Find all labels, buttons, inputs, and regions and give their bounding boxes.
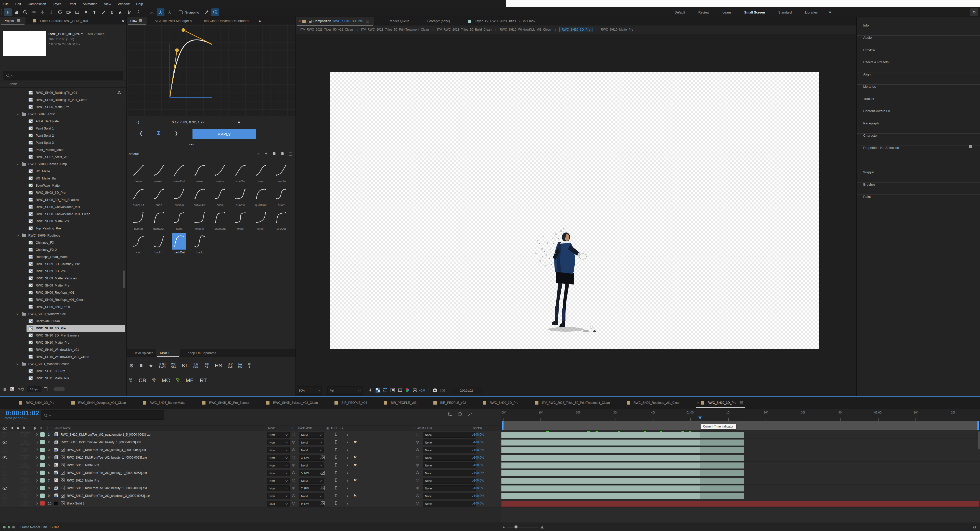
import-presets-icon[interactable] — [272, 151, 276, 156]
layer-expander-icon[interactable] — [35, 472, 38, 474]
delete-preset-icon[interactable] — [289, 152, 292, 156]
layer-parent-select[interactable]: None — [423, 485, 476, 491]
search-options-chevron-icon[interactable] — [11, 75, 13, 76]
comp-tab-3[interactable]: Layer ITV_RWC_2023_Titles_50_v21.mov — [465, 17, 538, 25]
project-folder-row[interactable]: RWC_SH10_Window Kick — [0, 310, 127, 318]
layer-solo-toggle[interactable] — [20, 471, 24, 475]
layer-quality-anchor-icon[interactable] — [336, 448, 336, 451]
folder-caret-icon[interactable] — [17, 113, 19, 115]
menu-edit[interactable]: Edit — [12, 2, 24, 6]
settings-gear-icon[interactable]: ⚙ — [973, 525, 977, 529]
column-header-name[interactable]: Name — [10, 82, 18, 86]
pan-camera-tool-icon[interactable] — [39, 8, 46, 16]
track-row-3[interactable] — [501, 446, 980, 454]
project-item-row[interactable]: Chimney_FX — [0, 239, 127, 246]
layer-mode-select[interactable]: Norr — [267, 485, 290, 491]
panel-menu-icon[interactable] — [969, 146, 972, 147]
layer-expander-icon[interactable] — [35, 433, 38, 436]
layer-stretch-value[interactable]: 100.0% — [474, 433, 496, 436]
kbar-button-me[interactable]: ME — [186, 377, 194, 383]
layer-solo-toggle[interactable] — [20, 486, 24, 490]
layer-quality-icon[interactable]: / — [347, 501, 348, 505]
layer-label-swatch[interactable] — [40, 478, 45, 483]
layer-quality-anchor-icon[interactable] — [336, 471, 336, 474]
layer-trkmat-select[interactable]: No M — [299, 439, 324, 445]
layer-source-name[interactable]: RWC_SH10_Matte_Pre — [67, 479, 99, 482]
layer-video-toggle[interactable] — [2, 501, 7, 506]
layer-mode-select[interactable]: Norr — [267, 478, 290, 483]
layer-lock-toggle[interactable] — [25, 455, 30, 460]
timeline-zoom-slider[interactable] — [508, 527, 538, 528]
composition-viewport[interactable] — [330, 72, 819, 349]
project-item-row[interactable]: BG_Matte_Bar — [0, 175, 127, 182]
timeline-tab-7[interactable]: BIR_PEOPLE_v02 — [431, 397, 469, 409]
timeline-tab-5[interactable]: BIR_PEOPLE_v04 — [332, 397, 370, 409]
menu-view[interactable]: View — [101, 2, 115, 6]
kbar-button-lensblur[interactable]: LENS BLUR — [159, 363, 166, 368]
layer-video-toggle[interactable] — [2, 432, 7, 437]
export-presets-icon[interactable] — [281, 151, 284, 156]
layer-quality-anchor-icon[interactable] — [336, 463, 336, 466]
project-item-row[interactable]: RWC_SH09_Rooftops_v01 — [0, 289, 127, 296]
project-item-row[interactable]: RWC_SH08_Matte_Pre — [0, 218, 127, 225]
layer-quality-anchor-icon[interactable] — [336, 494, 336, 497]
preset-quartOut[interactable]: quartOut — [251, 185, 270, 208]
kbar-button-sfa[interactable]: SF A — [129, 378, 132, 383]
timeline-search-input[interactable] — [41, 410, 164, 420]
breadcrumb-0[interactable]: ITV_RWC_2023_Titles_50_v21_Clean — [300, 28, 353, 31]
layer-fx-badge[interactable]: fx — [354, 494, 357, 498]
layer-stretch-value[interactable]: 100.0% — [474, 479, 496, 482]
comp-tab-2[interactable]: Footage: (none) — [424, 17, 453, 25]
breadcrumb-3[interactable]: RWC_SH10_WindowKick_v01_Clean — [500, 28, 551, 31]
layer-lock-toggle[interactable] — [25, 471, 30, 475]
project-item-row[interactable]: RWC_SH09_Matte_Pre — [0, 282, 127, 289]
project-item-row[interactable]: RWC_SH11_3D_Pre — [0, 367, 127, 375]
project-folder-row[interactable]: RWC_SH07_Artist — [0, 111, 127, 118]
project-item-row[interactable]: RWC_SH10_WindowKick_v01 — [0, 346, 127, 353]
column-label-icon[interactable] — [33, 427, 36, 429]
project-item-row[interactable]: RWC_SH09_3D_Pre — [0, 268, 127, 275]
library-chevron-icon[interactable] — [257, 153, 259, 154]
layer-label-swatch[interactable] — [40, 501, 45, 506]
puppet-pin-tool-icon[interactable] — [134, 8, 142, 16]
layer-trkmat-select[interactable]: No M — [299, 447, 324, 453]
layer-fx-badge[interactable]: fx — [354, 479, 357, 482]
column-video-icon[interactable] — [3, 427, 7, 430]
layer-bar-tail[interactable] — [700, 470, 744, 476]
bit-depth-button[interactable]: 16 bpc — [27, 386, 41, 392]
selection-tool-icon[interactable] — [4, 8, 12, 16]
layer-stretch-value[interactable]: 100.0% — [474, 494, 496, 498]
kbar-button-wiggle[interactable]: WIG GLE — [171, 363, 177, 368]
layer-bar[interactable] — [501, 493, 700, 499]
mask-visibility-icon[interactable] — [390, 388, 395, 393]
layer-lock-toggle[interactable] — [25, 440, 30, 445]
timeline-tab-0[interactable]: RWC_SH04_3D_Pre — [16, 397, 57, 409]
kbar-button-looks[interactable]: LOO KS — [204, 363, 209, 368]
preset-sine[interactable]: sine — [251, 162, 270, 184]
preset-ease[interactable]: ease — [190, 162, 209, 184]
guides-icon[interactable] — [398, 388, 402, 393]
pickwhip-star-icon[interactable] — [203, 8, 210, 16]
timeline-ruler[interactable]: :00f10f20f30f40f01:00f10f20f30f40f02:00f… — [501, 409, 980, 421]
project-item-row[interactable]: Rooftops_Road_Matte — [0, 253, 127, 261]
preset-quad[interactable]: quad — [149, 185, 169, 208]
preset-quartIn[interactable]: quartIn — [231, 185, 250, 208]
track-row-8[interactable] — [501, 484, 980, 492]
region-of-interest-icon[interactable] — [383, 388, 388, 393]
layer-row-2[interactable]: 2RWC_SH10_KickFromTee_v02_beauty_1_[0000… — [0, 439, 501, 446]
roto-brush-tool-icon[interactable] — [126, 8, 133, 16]
menu-window[interactable]: Window — [115, 2, 133, 6]
layer-parent-pickwhip-icon[interactable] — [416, 479, 419, 482]
layer-matte-type-icon[interactable] — [321, 456, 325, 460]
layer-source-name[interactable]: RWC_SH10_KickFromTee_v02_beauty_1_[0000-… — [60, 440, 141, 444]
timeline-timecode[interactable]: 0:00:01:02 — [6, 409, 39, 417]
layer-trkmat-select[interactable]: 3. RW — [299, 455, 324, 461]
preset-quintOut[interactable]: quintOut — [149, 209, 169, 232]
dropdown-triangle-icon[interactable] — [81, 33, 83, 35]
layer-lock-toggle[interactable] — [25, 448, 30, 452]
layer-quality-anchor-icon[interactable] — [336, 502, 336, 504]
layer-quality-anchor-icon[interactable] — [336, 479, 336, 482]
layer-mode-select[interactable]: Norr — [267, 432, 290, 438]
workspace-overflow-icon[interactable]: » — [824, 10, 836, 14]
project-item-row[interactable]: Chimney_FX 2 — [0, 246, 127, 253]
